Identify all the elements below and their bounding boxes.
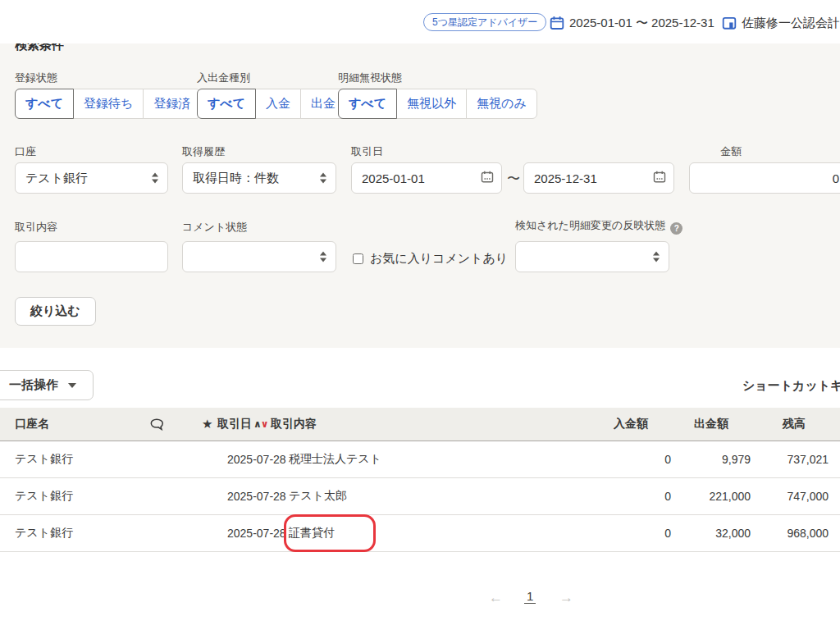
cell-withdrawal: 9,979 [669,441,751,477]
help-icon[interactable]: ? [670,222,682,235]
star-icon[interactable]: ★ [202,408,212,441]
amount-field-wrap [689,162,840,194]
ignore-only-button[interactable]: 無視のみ [466,89,537,119]
fiscal-date-range[interactable]: 2025-01-01 〜 2025-12-31 [569,16,714,31]
inout-type-label: 入出金種別 [197,71,250,85]
cell-account: テスト銀行 [15,441,73,477]
change-status-label: 検知された明細変更の反映状態? [515,218,682,235]
header-account: 口座名 [15,408,49,441]
cell-balance: 968,000 [746,515,829,551]
table-header: 口座名 ★ 取引日 ∧∨ 取引内容 入金額 出金額 残高 [0,408,840,441]
registration-status-label: 登録状態 [15,71,57,85]
bulk-action-button[interactable]: 一括操作 [0,370,94,400]
calendar-icon [550,16,564,34]
history-select[interactable]: 取得日時：件数 [182,162,336,194]
top-bar: 5つ星認定アドバイザー 2025-01-01 〜 2025-12-31 佐藤修一… [0,0,840,43]
registration-status-group: すべて 登録待ち 登録済 [15,89,201,119]
cell-description[interactable]: テスト太郎 [289,478,347,514]
cell-deposit: 0 [589,441,671,477]
cell-description[interactable]: 税理士法人テスト [289,441,381,477]
cell-balance: 737,021 [746,441,829,477]
amount-input[interactable] [700,163,839,193]
sort-icons: ∧∨ [253,418,268,430]
cell-deposit: 0 [589,515,671,551]
favorite-comment-checkbox[interactable] [353,253,363,264]
amount-label: 金額 [720,144,742,159]
cell-deposit: 0 [589,478,671,514]
registration-done-button[interactable]: 登録済 [143,89,201,119]
cell-balance: 747,000 [746,478,829,514]
updown-icon [653,252,660,262]
header-description: 取引内容 [271,408,317,441]
cell-account: テスト銀行 [15,478,73,514]
table-row[interactable]: テスト銀行 2025-07-28 税理士法人テスト 0 9,979 737,02… [0,441,840,478]
favorite-comment-label: お気に入りコメントあり [370,251,508,267]
cell-description[interactable]: 証書貸付 [289,515,335,551]
cell-date: 2025-07-28 [227,478,286,514]
panel-title: 検索条件 [15,43,64,52]
updown-icon [320,173,326,184]
sort-asc-icon: ∧ [253,418,261,430]
table-row[interactable]: テスト銀行 2025-07-28 証書貸付 0 32,000 968,000 [0,515,840,552]
change-status-select[interactable] [515,241,669,272]
cell-withdrawal: 221,000 [669,478,751,514]
prev-page-icon[interactable]: ← [489,590,503,606]
search-filter-panel: 検索条件 登録状態 すべて 登録待ち 登録済 入出金種別 すべて 入金 出金 明… [0,43,840,348]
comment-status-select[interactable] [182,241,336,272]
ignore-status-label: 明細無視状態 [338,71,402,85]
date-to-input[interactable]: 2025-12-31 [523,162,674,194]
date-from-input[interactable]: 2025-01-01 [351,162,502,194]
header-withdrawal: 出金額 [646,408,728,441]
calendar-icon[interactable] [653,171,666,186]
trade-date-label: 取引日 [351,144,383,159]
description-label: 取引内容 [15,220,57,235]
sort-desc-icon: ∨ [261,418,268,430]
app-window: 5つ星認定アドバイザー 2025-01-01 〜 2025-12-31 佐藤修一… [0,0,840,630]
registration-pending-button[interactable]: 登録待ち [73,89,144,119]
organization-icon [722,16,737,34]
advisor-badge-label: 5つ星認定アドバイザー [432,16,537,30]
inout-type-group: すべて 入金 出金 [197,89,346,119]
cell-withdrawal: 32,000 [669,515,751,551]
updown-icon [320,252,326,262]
ignore-status-group: すべて 無視以外 無視のみ [338,89,537,119]
header-balance: 残高 [724,408,806,441]
advisor-badge: 5つ星認定アドバイザー [423,13,546,31]
ignore-all-button[interactable]: すべて [338,89,397,119]
chevron-down-icon [68,383,76,388]
header-date-sort[interactable]: 取引日 ∧∨ [217,408,268,441]
cell-date: 2025-07-28 [227,441,286,477]
pagination: ← 1 → [0,587,840,611]
account-label: 口座 [15,144,36,159]
comment-status-label: コメント状態 [182,220,247,235]
table-row[interactable]: テスト銀行 2025-07-28 テスト太郎 0 221,000 747,000 [0,478,840,515]
updown-icon [152,173,158,184]
date-range-separator: 〜 [507,171,520,188]
next-page-icon[interactable]: → [559,590,573,606]
inout-all-button[interactable]: すべて [197,89,256,119]
description-field-wrap [15,241,168,272]
current-page[interactable]: 1 [524,589,536,604]
history-label: 取得履歴 [182,144,225,159]
description-input[interactable] [25,242,158,272]
favorite-comment-row: お気に入りコメントあり [353,251,508,267]
comment-bubble-icon[interactable] [150,408,164,441]
ignore-excluded-button[interactable]: 無視以外 [396,89,467,119]
calendar-icon[interactable] [481,171,494,186]
apply-filter-button[interactable]: 絞り込む [15,297,96,326]
shortcut-key-link[interactable]: ショートカットキー [742,378,840,394]
inout-deposit-button[interactable]: 入金 [255,89,301,119]
company-name[interactable]: 佐藤修一公認会計 [742,16,840,31]
account-select[interactable]: テスト銀行 [15,162,168,194]
cell-account: テスト銀行 [15,515,73,551]
cell-date: 2025-07-28 [227,515,286,551]
registration-all-button[interactable]: すべて [15,89,74,119]
header-deposit: 入金額 [566,408,648,441]
